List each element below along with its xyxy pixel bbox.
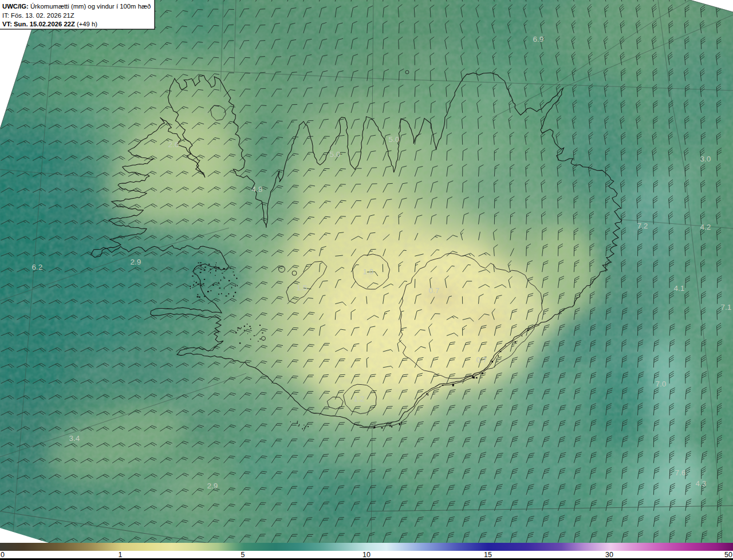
svg-text:2.9: 2.9	[131, 258, 141, 266]
svg-text:7.0: 7.0	[656, 380, 667, 388]
svg-text:15: 15	[484, 551, 492, 559]
svg-text:3.0: 3.0	[700, 155, 711, 163]
svg-text:0: 0	[1, 551, 5, 559]
svg-text:4.8: 4.8	[252, 185, 263, 194]
svg-text:5: 5	[241, 551, 245, 559]
svg-text:1.2: 1.2	[354, 395, 365, 403]
svg-text:1.5: 1.5	[297, 283, 308, 292]
svg-text:4.3: 4.3	[696, 479, 707, 488]
svg-text:2.9: 2.9	[207, 482, 218, 490]
svg-text:4.2: 4.2	[700, 223, 711, 231]
svg-text:7.6: 7.6	[675, 468, 686, 477]
svg-text:0.7: 0.7	[429, 286, 440, 295]
svg-text:7.1: 7.1	[721, 303, 732, 311]
svg-text:2.6: 2.6	[168, 140, 179, 149]
svg-text:3.4: 3.4	[69, 434, 80, 443]
svg-text:1.0: 1.0	[363, 267, 374, 276]
svg-text:50: 50	[724, 551, 732, 559]
svg-text:30: 30	[605, 551, 613, 559]
svg-text:0.7: 0.7	[476, 356, 487, 364]
svg-text:6.9: 6.9	[533, 35, 544, 44]
svg-text:10: 10	[362, 551, 371, 559]
svg-text:6.2: 6.2	[32, 263, 43, 271]
svg-text:7.2: 7.2	[637, 222, 648, 230]
svg-text:IT: Fös. 13. 02. 2026 21Z: IT: Fös. 13. 02. 2026 21Z	[2, 12, 74, 19]
svg-text:UWC/IG: Úrkomumætti (mm) og vi: UWC/IG: Úrkomumætti (mm) og vindur í 100…	[2, 3, 151, 10]
svg-text:5.0: 5.0	[389, 135, 400, 144]
svg-text:1: 1	[119, 551, 123, 559]
svg-text:VT: Sun. 15.02.2026 22Z (+49 h: VT: Sun. 15.02.2026 22Z (+49 h)	[2, 21, 97, 27]
svg-text:5.0: 5.0	[330, 150, 341, 159]
svg-text:4.1: 4.1	[674, 284, 685, 293]
